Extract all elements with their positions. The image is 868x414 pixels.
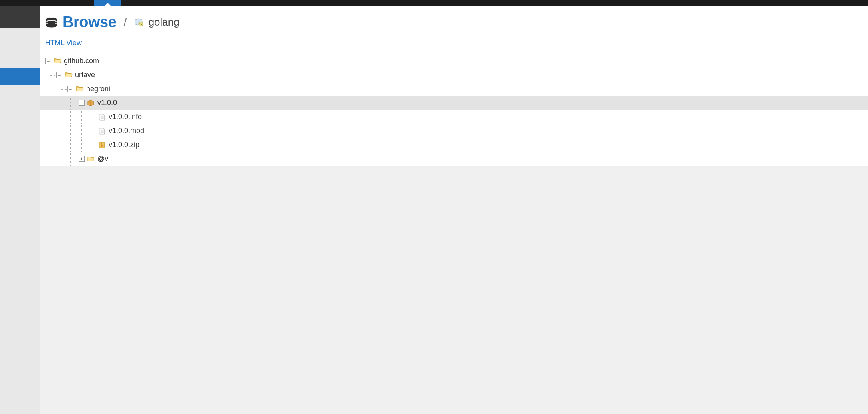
- file-icon: [98, 113, 106, 121]
- html-view-link[interactable]: HTML View: [45, 39, 82, 47]
- folder-open-icon: [65, 72, 73, 79]
- folder-open-icon: [76, 86, 84, 93]
- tree-indent: [40, 68, 56, 82]
- tree-node-label: negroni: [86, 85, 110, 93]
- database-icon: [45, 16, 58, 28]
- tree-indent: [40, 124, 90, 138]
- top-bar-active-indicator: [94, 0, 121, 6]
- tree-node-v100zip[interactable]: v1.0.0.zip: [40, 138, 868, 152]
- tree-indent: [40, 54, 45, 68]
- sidebar-gap: [0, 28, 40, 68]
- tree-node-label: @v: [97, 155, 108, 163]
- tree-node-label: v1.0.0.info: [109, 113, 142, 121]
- tree-collapse-icon[interactable]: −: [45, 58, 51, 64]
- top-bar-spacer: [0, 0, 94, 6]
- tree-node-urfave[interactable]: −urfave: [40, 68, 868, 82]
- tree-node-atv[interactable]: +@v: [40, 152, 868, 166]
- tree-node-label: v1.0.0.zip: [109, 141, 139, 149]
- tree-node-github[interactable]: −github.com: [40, 54, 868, 68]
- tree-collapse-icon[interactable]: −: [67, 86, 73, 92]
- subheader: HTML View: [40, 35, 868, 54]
- repository-tree: −github.com−urfave−negroni−v1.0.0v1.0.0.…: [40, 54, 868, 166]
- left-sidebar: [0, 6, 40, 414]
- app-root: Browse / golang HTML View −github.com−ur…: [0, 0, 868, 414]
- tree-node-label: v1.0.0: [97, 99, 117, 107]
- folder-open-icon: [54, 58, 61, 65]
- page-header: Browse / golang: [40, 6, 868, 35]
- tree-node-label: github.com: [64, 57, 99, 65]
- tree-indent: [40, 96, 79, 110]
- tree-node-label: urfave: [75, 71, 95, 79]
- tree-expand-icon[interactable]: +: [79, 156, 85, 162]
- empty-area: [40, 166, 868, 414]
- repository-name: golang: [149, 16, 180, 28]
- main-area: Browse / golang HTML View −github.com−ur…: [40, 6, 868, 414]
- tree-toggle-spacer: [90, 142, 96, 148]
- tree-node-v100info[interactable]: v1.0.0.info: [40, 110, 868, 124]
- sidebar-active-item[interactable]: [0, 68, 40, 85]
- tree-collapse-icon[interactable]: −: [56, 72, 62, 78]
- tree-toggle-spacer: [90, 114, 96, 120]
- body: Browse / golang HTML View −github.com−ur…: [0, 6, 868, 414]
- tree-indent: [40, 138, 90, 152]
- tree-collapse-icon[interactable]: −: [79, 100, 85, 106]
- sidebar-dark-section[interactable]: [0, 6, 40, 28]
- tree-node-v100[interactable]: −v1.0.0: [40, 96, 868, 110]
- top-bar: [0, 0, 868, 6]
- folder-icon: [87, 155, 95, 163]
- breadcrumb-separator: /: [123, 16, 127, 29]
- tree-node-v100mod[interactable]: v1.0.0.mod: [40, 124, 868, 138]
- package-icon: [87, 100, 95, 107]
- repository-icon: [134, 18, 144, 27]
- archive-icon: [98, 141, 106, 149]
- tree-indent: [40, 152, 79, 166]
- tree-indent: [40, 110, 90, 124]
- page-title: Browse: [63, 14, 116, 31]
- tree-indent: [40, 82, 67, 96]
- tree-node-label: v1.0.0.mod: [109, 127, 144, 135]
- file-icon: [98, 127, 106, 135]
- tree-toggle-spacer: [90, 128, 96, 134]
- tree-node-negroni[interactable]: −negroni: [40, 82, 868, 96]
